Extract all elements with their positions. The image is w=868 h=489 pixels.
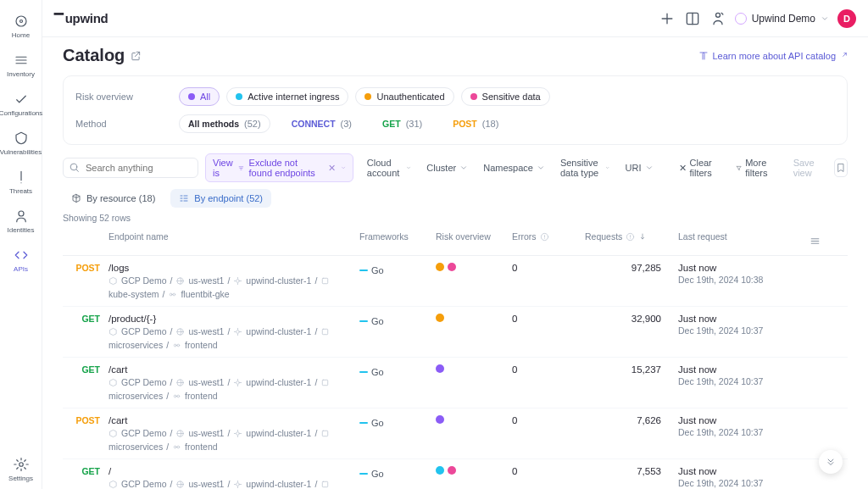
last-request-value: Just now <box>678 364 805 375</box>
risk-indicator <box>448 263 456 271</box>
col-errors[interactable]: Errors <box>512 231 585 242</box>
method-filter-label: Method <box>75 119 169 129</box>
risk-pill-active-internet-ingress[interactable]: Active internet ingress <box>226 87 348 106</box>
framework-badge: Go <box>359 265 384 275</box>
svg-point-28 <box>177 446 180 448</box>
risk-indicator <box>436 263 444 271</box>
tab-by-endpoint[interactable]: By endpoint (52) <box>170 189 271 208</box>
svg-point-5 <box>715 13 720 17</box>
scroll-down-button[interactable] <box>819 450 843 474</box>
dot-icon <box>236 93 242 100</box>
svg-point-18 <box>177 344 180 347</box>
apis-icon <box>14 247 29 263</box>
method-badge: POST <box>63 415 108 425</box>
sidebar-item-apis[interactable]: APIs <box>0 241 42 280</box>
col-frameworks[interactable]: Frameworks <box>359 231 436 242</box>
method-pill-get[interactable]: GET (31) <box>373 114 431 133</box>
chevron-down-icon <box>605 164 609 172</box>
risk-indicator <box>436 364 444 373</box>
svg-rect-21 <box>323 380 328 385</box>
dropdown-sensitive-data-type[interactable]: Sensitive data type <box>554 153 617 182</box>
risk-indicator <box>436 314 444 322</box>
row-count: Showing 52 rows <box>63 213 848 223</box>
columns-settings-button[interactable] <box>805 231 824 250</box>
sidebar-item-inventory[interactable]: Inventory <box>0 46 42 85</box>
dropdown-cloud-account[interactable]: Cloud account <box>360 153 419 182</box>
risk-overview <box>436 364 512 373</box>
sidebar-item-identities[interactable]: Identities <box>0 202 42 241</box>
chevron-down-icon <box>537 164 545 172</box>
svg-point-23 <box>177 395 180 397</box>
save-view-button: Save view <box>788 154 828 181</box>
clear-filters-button[interactable]: ✕ Clear filters <box>674 154 724 181</box>
brand-logo: upwind <box>54 11 108 25</box>
sidebar: HomeInventoryConfigurationsVulnerabiliti… <box>0 0 42 489</box>
endpoint-path: /product/{-} <box>108 314 359 324</box>
svg-point-3 <box>19 463 23 467</box>
endpoint-path: / <box>108 466 359 476</box>
svg-point-20 <box>236 381 240 384</box>
risk-pill-all[interactable]: All <box>179 87 220 106</box>
risk-pill-unauthenticated[interactable]: Unauthenticated <box>355 87 453 106</box>
table-row[interactable]: GET/cartGCP Demo / us-west1 / upwind-clu… <box>63 358 848 408</box>
svg-rect-31 <box>323 481 328 486</box>
endpoints-table: Endpoint name Frameworks Risk overview E… <box>63 226 848 489</box>
close-icon[interactable]: ✕ <box>328 163 336 174</box>
view-filter-chip[interactable]: View is Exclude not found endpoints ✕ <box>205 153 353 182</box>
requests-value: 97,285 <box>585 263 678 273</box>
svg-point-17 <box>174 344 176 347</box>
filter-icon <box>238 164 244 173</box>
search-input[interactable] <box>63 158 198 178</box>
sidebar-item-configurations[interactable]: Configurations <box>0 85 42 124</box>
svg-point-25 <box>236 431 240 435</box>
errors-value: 0 <box>512 263 585 273</box>
search-icon <box>69 162 80 173</box>
framework-badge: Go <box>359 316 384 326</box>
method-pill-post[interactable]: POST (18) <box>443 114 508 133</box>
plus-icon[interactable] <box>659 10 676 27</box>
info-icon <box>540 232 549 242</box>
table-row[interactable]: POST/cartGCP Demo / us-west1 / upwind-cl… <box>63 408 848 459</box>
risk-overview <box>436 415 512 424</box>
method-badge: POST <box>63 263 108 273</box>
last-request-value: Just now <box>678 314 805 324</box>
sidebar-item-threats[interactable]: Threats <box>0 163 42 202</box>
dropdown-uri[interactable]: URI <box>619 153 660 182</box>
layout-icon[interactable] <box>684 10 701 27</box>
avatar[interactable]: D <box>837 9 856 28</box>
dropdown-cluster[interactable]: Cluster <box>420 153 475 182</box>
col-last[interactable]: Last request <box>678 231 805 242</box>
table-row[interactable]: POST/logsGCP Demo / us-west1 / upwind-cl… <box>63 256 848 307</box>
last-request-date: Dec 19th, 2024 10:37 <box>678 325 805 336</box>
last-request-value: Just now <box>678 415 805 425</box>
list-icon <box>179 193 189 203</box>
table-row[interactable]: GET/GCP Demo / us-west1 / upwind-cluster… <box>63 459 848 489</box>
endpoint-path: /cart <box>108 364 359 375</box>
sidebar-item-home[interactable]: Home <box>0 7 42 46</box>
learn-more-link[interactable]: Learn more about API catalog <box>698 51 848 61</box>
breadcrumb: GCP Demo / us-west1 / upwind-cluster-1 /… <box>108 428 359 452</box>
workspace-ring-icon <box>735 13 747 25</box>
external-link-icon[interactable] <box>130 50 142 62</box>
col-endpoint[interactable]: Endpoint name <box>108 231 359 242</box>
activity-icon[interactable] <box>709 10 726 27</box>
risk-pill-sensitive-data[interactable]: Sensitive data <box>461 87 550 106</box>
dropdown-namespace[interactable]: Namespace <box>476 153 552 182</box>
col-requests[interactable]: Requests <box>585 231 678 242</box>
bookmark-button[interactable] <box>834 158 848 177</box>
method-pill-all-methods[interactable]: All methods (52) <box>179 114 270 133</box>
method-badge: GET <box>63 364 108 375</box>
col-risk[interactable]: Risk overview <box>436 231 512 242</box>
sidebar-item-vulnerabilities[interactable]: Vulnerabilities <box>0 124 42 163</box>
chevron-down-icon <box>459 164 468 172</box>
tab-by-resource[interactable]: By resource (18) <box>63 189 164 208</box>
table-row[interactable]: GET/product/{-}GCP Demo / us-west1 / upw… <box>63 307 848 358</box>
more-filters-button[interactable]: More filters <box>731 154 782 181</box>
workspace-switcher[interactable]: Upwind Demo <box>735 13 829 25</box>
double-chevron-down-icon <box>825 456 837 468</box>
risk-overview <box>436 314 512 322</box>
method-pill-connect[interactable]: CONNECT (3) <box>282 114 361 133</box>
sidebar-item-settings[interactable]: Settings <box>0 450 42 489</box>
dot-icon <box>470 93 477 100</box>
framework-badge: Go <box>359 367 384 377</box>
